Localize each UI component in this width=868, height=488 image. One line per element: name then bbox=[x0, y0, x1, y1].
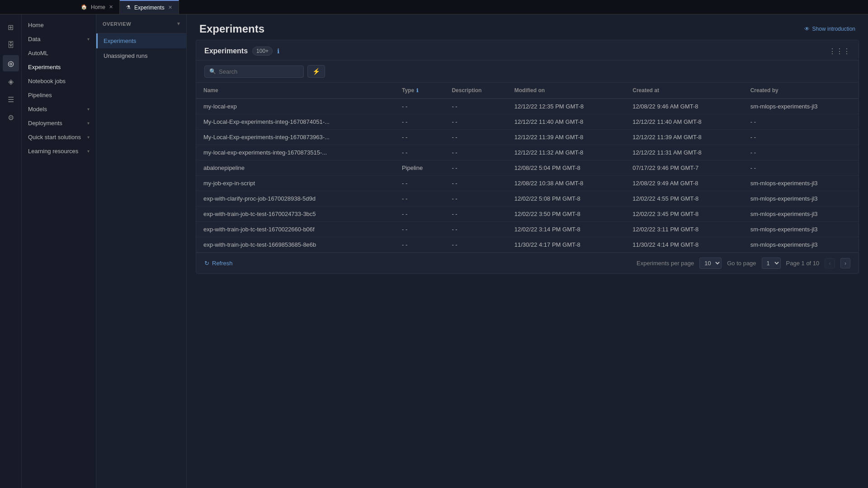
cell-name-1[interactable]: My-Local-Exp-experiments-integ-167087405… bbox=[196, 114, 395, 130]
cell-name-8[interactable]: exp-with-train-job-tc-test-1670022660-b0… bbox=[196, 222, 395, 237]
sidebar-item-deployments[interactable]: Deployments ▾ bbox=[22, 116, 96, 130]
table-row: exp-with-train-job-tc-test-1670024733-3b… bbox=[196, 206, 859, 222]
cell-name-0[interactable]: my-local-exp bbox=[196, 99, 395, 114]
cell-description-8: - - bbox=[444, 222, 507, 237]
show-introduction-btn[interactable]: 👁 Show introduction bbox=[804, 26, 855, 32]
col-created-at: Created at bbox=[625, 83, 743, 99]
type-info-icon[interactable]: ℹ bbox=[416, 88, 418, 94]
table-row: exp-with-train-job-tc-test-1670022660-b0… bbox=[196, 222, 859, 237]
nav-settings-icon[interactable]: ⚙ bbox=[3, 109, 19, 126]
per-page-label: Experiments per page bbox=[637, 260, 694, 267]
nav-home-icon[interactable]: ⊞ bbox=[3, 19, 19, 35]
main-content: Experiments 👁 Show introduction Experime… bbox=[187, 14, 868, 488]
table-row: my-local-exp-experiments-integ-167087351… bbox=[196, 145, 859, 160]
tab-experiments-close[interactable]: ✕ bbox=[168, 5, 172, 10]
cell-created-at-2: 12/12/22 11:39 AM GMT-8 bbox=[625, 130, 743, 145]
prev-page-button[interactable]: ‹ bbox=[825, 258, 835, 268]
info-icon[interactable]: ℹ bbox=[277, 47, 279, 55]
cell-description-2: - - bbox=[444, 130, 507, 145]
cell-type-9: - - bbox=[395, 237, 444, 253]
nav-data-icon[interactable]: 🗄 bbox=[3, 37, 19, 53]
cell-description-6: - - bbox=[444, 191, 507, 206]
cell-modified-9: 11/30/22 4:17 PM GMT-8 bbox=[507, 237, 625, 253]
tab-home[interactable]: 🏠 Home ✕ bbox=[75, 0, 120, 14]
tab-home-close[interactable]: ✕ bbox=[109, 4, 113, 10]
sidebar-data-label: Data bbox=[28, 36, 40, 42]
nav-list-icon[interactable]: ☰ bbox=[3, 91, 19, 108]
cell-description-4: - - bbox=[444, 160, 507, 176]
cell-created-by-2: - - bbox=[743, 130, 859, 145]
nav-experiments-icon[interactable]: ◎ bbox=[3, 55, 19, 71]
col-type-label: Type bbox=[402, 87, 414, 94]
table-header-row: Name Type ℹ Description bbox=[196, 83, 859, 99]
cell-name-2[interactable]: My-Local-Exp-experiments-integ-167087396… bbox=[196, 130, 395, 145]
cell-modified-6: 12/02/22 5:08 PM GMT-8 bbox=[507, 191, 625, 206]
cell-name-5[interactable]: my-job-exp-in-script bbox=[196, 176, 395, 191]
cell-modified-2: 12/12/22 11:39 AM GMT-8 bbox=[507, 130, 625, 145]
sidebar-notebook-label: Notebook jobs bbox=[28, 78, 66, 84]
cell-name-6[interactable]: exp-with-clarify-proc-job-1670028938-5d9… bbox=[196, 191, 395, 206]
cell-created-at-1: 12/12/22 11:40 AM GMT-8 bbox=[625, 114, 743, 130]
cell-created-at-8: 12/02/22 3:11 PM GMT-8 bbox=[625, 222, 743, 237]
cell-type-5: - - bbox=[395, 176, 444, 191]
col-created-at-label: Created at bbox=[632, 87, 659, 94]
cell-description-0: - - bbox=[444, 99, 507, 114]
per-page-select[interactable]: 10 25 50 bbox=[699, 258, 722, 269]
refresh-label: Refresh bbox=[212, 260, 233, 267]
tab-experiments[interactable]: ⚗ Experiments ✕ bbox=[120, 0, 179, 14]
col-name: Name bbox=[196, 83, 395, 99]
home-tab-icon: 🏠 bbox=[81, 4, 87, 10]
col-created-by: Created by bbox=[743, 83, 859, 99]
sidebar-item-automl[interactable]: AutoML bbox=[22, 46, 96, 60]
cell-name-4[interactable]: abalonepipeline bbox=[196, 160, 395, 176]
sidebar-pipelines-label: Pipelines bbox=[28, 92, 52, 99]
col-modified-label: Modified on bbox=[514, 87, 545, 94]
search-box: 🔍 bbox=[204, 66, 304, 78]
cell-created-at-9: 11/30/22 4:14 PM GMT-8 bbox=[625, 237, 743, 253]
panel-actions: ⋮⋮⋮ bbox=[829, 47, 850, 56]
page-info: Page 1 of 10 bbox=[786, 260, 820, 267]
cell-created-by-5: sm-mlops-experiments-jl3 bbox=[743, 176, 859, 191]
cell-created-at-5: 12/08/22 9:49 AM GMT-8 bbox=[625, 176, 743, 191]
cell-type-2: - - bbox=[395, 130, 444, 145]
columns-button[interactable]: ⋮⋮⋮ bbox=[829, 47, 850, 56]
tab-home-label: Home bbox=[91, 4, 105, 10]
cell-type-0: - - bbox=[395, 99, 444, 114]
sidebar-learning-label: Learning resources bbox=[28, 148, 78, 155]
table-row: abalonepipeline Pipeline - - 12/08/22 5:… bbox=[196, 160, 859, 176]
sidebar-item-learning[interactable]: Learning resources ▾ bbox=[22, 144, 96, 158]
sub-nav-unassigned-runs[interactable]: Unassigned runs bbox=[96, 48, 186, 63]
tab-bar: 🏠 Home ✕ ⚗ Experiments ✕ bbox=[0, 0, 868, 14]
nav-diamond-icon[interactable]: ◈ bbox=[3, 73, 19, 89]
sidebar-item-home[interactable]: Home bbox=[22, 18, 96, 32]
page-select[interactable]: 1 bbox=[762, 258, 781, 269]
sidebar-item-pipelines[interactable]: Pipelines bbox=[22, 88, 96, 102]
cell-name-7[interactable]: exp-with-train-job-tc-test-1670024733-3b… bbox=[196, 206, 395, 222]
table-row: my-job-exp-in-script - - - - 12/08/22 10… bbox=[196, 176, 859, 191]
cell-name-3[interactable]: my-local-exp-experiments-integ-167087351… bbox=[196, 145, 395, 160]
sidebar-item-models[interactable]: Models ▾ bbox=[22, 102, 96, 116]
sub-nav-experiments[interactable]: Experiments bbox=[96, 33, 186, 48]
cell-type-1: - - bbox=[395, 114, 444, 130]
cell-description-5: - - bbox=[444, 176, 507, 191]
sidebar-item-data[interactable]: Data ▾ bbox=[22, 32, 96, 46]
data-chevron-icon: ▾ bbox=[87, 37, 90, 42]
cell-name-9[interactable]: exp-with-train-job-tc-test-1669853685-8e… bbox=[196, 237, 395, 253]
col-description-label: Description bbox=[452, 87, 481, 94]
table-row: exp-with-train-job-tc-test-1669853685-8e… bbox=[196, 237, 859, 253]
sub-nav-experiments-label: Experiments bbox=[104, 38, 136, 44]
cell-type-6: - - bbox=[395, 191, 444, 206]
refresh-button[interactable]: ↻ Refresh bbox=[204, 260, 233, 267]
col-created-by-label: Created by bbox=[750, 87, 778, 94]
panel-title: Experiments bbox=[204, 47, 248, 55]
filter-button[interactable]: ⚡ bbox=[307, 65, 325, 78]
overview-label: OVERVIEW bbox=[103, 21, 131, 27]
page-header: Experiments 👁 Show introduction bbox=[187, 14, 868, 40]
sidebar-item-quick-start[interactable]: Quick start solutions ▾ bbox=[22, 130, 96, 144]
sidebar-item-experiments[interactable]: Experiments bbox=[22, 60, 96, 74]
cell-created-at-6: 12/02/22 4:55 PM GMT-8 bbox=[625, 191, 743, 206]
sidebar-quickstart-label: Quick start solutions bbox=[28, 134, 81, 141]
sidebar-item-notebook-jobs[interactable]: Notebook jobs bbox=[22, 74, 96, 88]
next-page-button[interactable]: › bbox=[840, 258, 850, 268]
search-input[interactable] bbox=[219, 68, 299, 75]
